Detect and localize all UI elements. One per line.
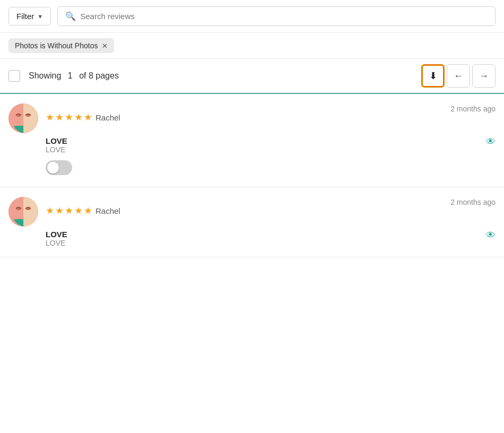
review-content-row: LOVE LOVE 👁 <box>8 230 496 247</box>
filter-tag-row: Photos is Without Photos ✕ <box>0 33 504 59</box>
review-time: 2 months ago <box>450 103 496 113</box>
star-3: ★ <box>65 111 73 123</box>
chevron-down-icon: ▼ <box>37 13 43 20</box>
star-5: ★ <box>84 111 92 123</box>
filter-tag: Photos is Without Photos ✕ <box>8 38 114 53</box>
review-body: LOVE <box>46 145 484 154</box>
toggle-knob <box>47 162 59 174</box>
filter-button[interactable]: Filter ▼ <box>8 7 51 25</box>
filter-label: Filter <box>16 12 34 21</box>
star-4: ★ <box>74 111 83 123</box>
eye-icon[interactable]: 👁 <box>486 230 496 241</box>
download-button[interactable]: ⬇ <box>421 64 445 88</box>
review-item: ★ ★ ★ ★ ★ Rachel 2 months ago LOVE LOVE … <box>0 187 504 257</box>
toggle-switch[interactable] <box>46 160 72 175</box>
pagination-row: Showing 1 of 8 pages ⬇ ← → <box>0 59 504 94</box>
stars-row: ★ ★ ★ ★ ★ Rachel <box>46 205 443 216</box>
review-text: LOVE LOVE <box>8 136 484 154</box>
next-page-button[interactable]: → <box>472 64 496 88</box>
top-bar: Filter ▼ 🔍 <box>0 0 504 33</box>
search-icon: 🔍 <box>65 11 76 21</box>
star-4: ★ <box>74 205 83 216</box>
showing-text: Showing 1 of 8 pages <box>27 71 415 81</box>
review-header: ★ ★ ★ ★ ★ Rachel 2 months ago <box>8 197 496 227</box>
next-icon: → <box>479 71 489 82</box>
star-2: ★ <box>55 205 64 216</box>
review-header: ★ ★ ★ ★ ★ Rachel 2 months ago <box>8 103 496 133</box>
search-box: 🔍 <box>57 6 496 26</box>
eye-icon[interactable]: 👁 <box>486 136 496 148</box>
star-1: ★ <box>46 111 54 123</box>
star-1: ★ <box>46 205 54 216</box>
review-meta: ★ ★ ★ ★ ★ Rachel <box>46 111 443 125</box>
review-title: LOVE <box>46 136 484 145</box>
download-icon: ⬇ <box>429 70 437 82</box>
review-title: LOVE <box>46 230 484 239</box>
review-text: LOVE LOVE <box>8 230 484 247</box>
review-time: 2 months ago <box>450 197 496 206</box>
toggle-row <box>46 160 496 177</box>
avatar <box>8 103 38 133</box>
select-all-checkbox[interactable] <box>8 70 20 82</box>
star-2: ★ <box>55 111 64 123</box>
of-pages: of 8 pages <box>79 71 119 80</box>
star-rating: ★ ★ ★ ★ ★ <box>46 205 92 216</box>
avatar <box>8 197 38 227</box>
star-3: ★ <box>65 205 73 216</box>
reviews-list: ★ ★ ★ ★ ★ Rachel 2 months ago LOVE LOVE … <box>0 94 504 257</box>
close-icon[interactable]: ✕ <box>102 42 108 50</box>
review-content-row: LOVE LOVE 👁 <box>8 136 496 154</box>
review-item: ★ ★ ★ ★ ★ Rachel 2 months ago LOVE LOVE … <box>0 94 504 187</box>
page-number: 1 <box>68 71 73 80</box>
pagination-controls: ⬇ ← → <box>421 64 496 88</box>
star-rating: ★ ★ ★ ★ ★ <box>46 111 92 123</box>
stars-row: ★ ★ ★ ★ ★ Rachel <box>46 111 443 123</box>
prev-icon: ← <box>454 71 463 82</box>
search-input[interactable] <box>80 12 488 21</box>
star-5: ★ <box>84 205 92 216</box>
review-meta: ★ ★ ★ ★ ★ Rachel <box>46 205 443 219</box>
showing-label: Showing <box>29 71 61 80</box>
reviewer-name: Rachel <box>95 206 120 215</box>
review-body: LOVE <box>46 239 484 247</box>
prev-page-button[interactable]: ← <box>447 64 470 88</box>
reviewer-name: Rachel <box>95 113 120 122</box>
filter-tag-label: Photos is Without Photos <box>15 41 98 50</box>
